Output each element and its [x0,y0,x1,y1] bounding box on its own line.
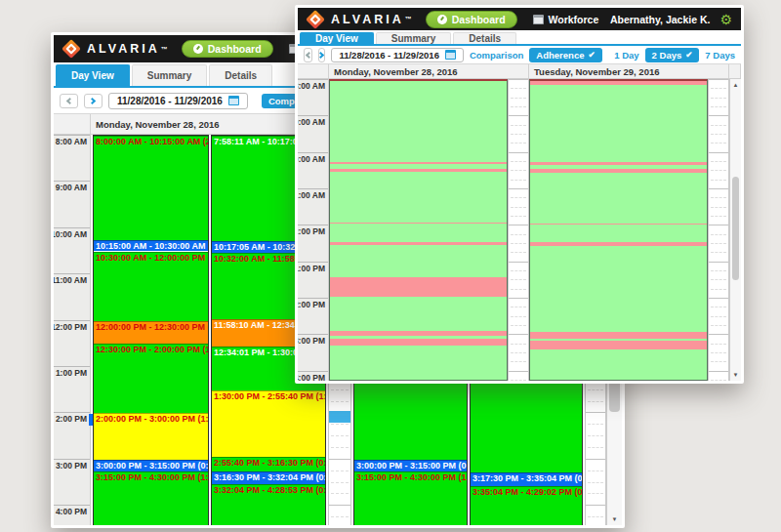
grid-line [711,125,726,126]
grid-line [331,482,349,483]
time-label: 12:00 PM [298,226,325,236]
time-label: 3:00 PM [298,336,325,346]
scroll-up-arrow[interactable]: ▲ [730,80,741,90]
time-gutter: 8:00 AM9:00 AM10:00 AM11:00 AM12:00 PM1:… [298,79,329,381]
schedule-block[interactable]: 1:30:00 PM - 2:55:40 PM (1:2... [212,390,325,457]
dashboard-button[interactable]: Dashboard [426,11,517,28]
scroll-down-arrow[interactable]: ▼ [607,514,622,524]
schedule-block[interactable]: 3:00:00 PM - 3:15:00 PM (0:15... [94,460,208,471]
alvaria-logo-icon [306,10,325,29]
grid-line [331,401,349,402]
adherence-column[interactable] [529,79,708,381]
range-1-day[interactable]: 1 Day [614,50,638,61]
gear-icon[interactable]: ⚙ [719,13,732,26]
schedule-block[interactable]: 3:17:30 PM - 3:35:04 PM (0:17... [471,472,582,486]
prev-button[interactable] [60,94,78,108]
schedule-block-label: 1:30:00 PM - 2:55:40 PM (1:2... [212,391,325,402]
hour-line [298,225,328,225]
schedule-block[interactable]: 8:00:00 AM - 10:15:00 AM (2:1... [94,136,208,240]
hour-line [54,227,90,228]
grid-line [331,424,349,425]
time-label: 1:00 PM [298,264,325,273]
grid-line [511,361,526,362]
trademark: ™ [405,16,412,22]
schedule-block[interactable]: 3:00:00 PM - 3:15:00 PM (0:15... [354,460,467,471]
schedule-block[interactable]: 12:30:00 PM - 2:00:00 PM (1:3... [94,344,208,413]
grid-line [711,307,726,307]
adherence-toggle[interactable]: Adherence ✔ [529,48,601,62]
tab-summary[interactable]: Summary [132,64,208,86]
hour-line [298,371,328,372]
comparison-toggle[interactable]: Comparison [470,50,523,61]
adherence-deviation-stripe [530,332,707,339]
grid-line [588,401,603,402]
next-button[interactable] [84,94,103,108]
grid-line [511,98,526,99]
tab-details[interactable]: Details [209,64,272,86]
trademark: ™ [161,46,168,53]
schedule-block[interactable]: 3:16:30 PM - 3:32:04 PM (0:15... [212,471,325,484]
schedule-block[interactable]: 3:32:04 PM - 4:28:53 PM (0:56... [212,484,325,525]
time-gutter: 8:00 AM9:00 AM10:00 AM11:00 AM12:00 PM1:… [54,135,91,525]
scrollbar-thumb[interactable] [732,177,739,280]
time-label: 11:00 AM [54,275,87,285]
tab-details[interactable]: Details [453,32,516,44]
grid-line [709,262,728,263]
schedule-block-label: 2:55:40 PM - 3:16:30 PM (0:20... [212,458,325,469]
schedule-block-label: 12:00:00 PM - 12:30:00 PM (0:... [94,322,208,333]
grid-line [588,447,603,448]
hour-line [54,412,90,413]
hour-line [54,181,90,182]
schedule-block[interactable]: 2:00:00 PM - 3:00:00 PM (1:00... [94,413,208,459]
tab-summary[interactable]: Summary [376,32,452,44]
schedule-block-label: 3:35:04 PM - 4:29:02 PM (0:53... [471,487,582,498]
grid-line [586,505,605,506]
dashboard-label: Dashboard [452,14,506,25]
workforce-nav-item[interactable]: Workforce [533,14,599,25]
grid-line [511,216,526,217]
schedule-block[interactable]: 10:15:00 AM - 10:30:00 AM (0:... [94,240,208,252]
range-2-days[interactable]: 2 Days ✔ [645,48,700,62]
hour-line [298,188,328,189]
prev-button[interactable] [304,48,312,62]
adherence-deviation-stripe [330,169,507,173]
grid-line [331,471,349,471]
grid-line [509,152,528,153]
schedule-block[interactable]: 3:15:00 PM - 4:30:00 PM (1:15... [94,471,208,525]
adherence-column[interactable] [329,79,508,381]
grid-line [588,516,603,517]
schedule-block[interactable]: 3:15:00 PM - 4:30:00 PM (1:15... [354,471,467,525]
next-button[interactable] [318,48,325,62]
tab-day-view[interactable]: Day View [300,32,374,44]
grid-line [711,106,726,107]
grid-line [329,505,350,506]
grid-line [586,459,605,460]
tab-day-view[interactable]: Day View [56,64,130,86]
range-7-days[interactable]: 7 Days [705,50,735,61]
time-label: 9:00 AM [56,183,87,192]
scroll-down-arrow[interactable]: ▼ [730,370,741,380]
schedule-block[interactable]: 12:00:00 PM - 12:30:00 PM (0:... [94,321,208,345]
schedule-block[interactable]: 3:35:04 PM - 4:29:02 PM (0:53... [471,486,582,525]
adherence-deviation-stripe [530,224,707,225]
schedule-column: 8:00:00 AM - 10:15:00 AM (2:1...10:15:00… [93,135,209,525]
user-menu[interactable]: Abernathy, Jackie K. [610,14,711,25]
grid-line [711,352,726,353]
grid-line [511,380,526,381]
schedule-block[interactable]: 2:55:40 PM - 3:16:30 PM (0:20... [212,457,325,472]
hour-line [54,273,90,274]
dashboard-button[interactable]: Dashboard [182,40,273,58]
grid-line [511,289,526,290]
front-window: ALVARIA ™ Dashboard Workforce Abernathy,… [295,5,744,384]
grid-line [588,482,603,483]
grid-line [331,389,349,390]
date-range-field[interactable]: 11/28/2016 - 11/29/2016 [331,48,464,62]
adherence-deviation-stripe [530,81,707,85]
alvaria-brand: ALVARIA ™ [307,13,412,26]
vertical-scrollbar[interactable]: ▲▼ [729,79,741,381]
exception-marker[interactable] [329,411,350,423]
schedule-block[interactable]: 10:30:00 AM - 12:00:00 PM (1:... [94,252,208,321]
date-range-field[interactable]: 11/28/2016 - 11/29/2016 [108,93,248,109]
grid-line [511,197,526,198]
grid-line [709,115,728,116]
